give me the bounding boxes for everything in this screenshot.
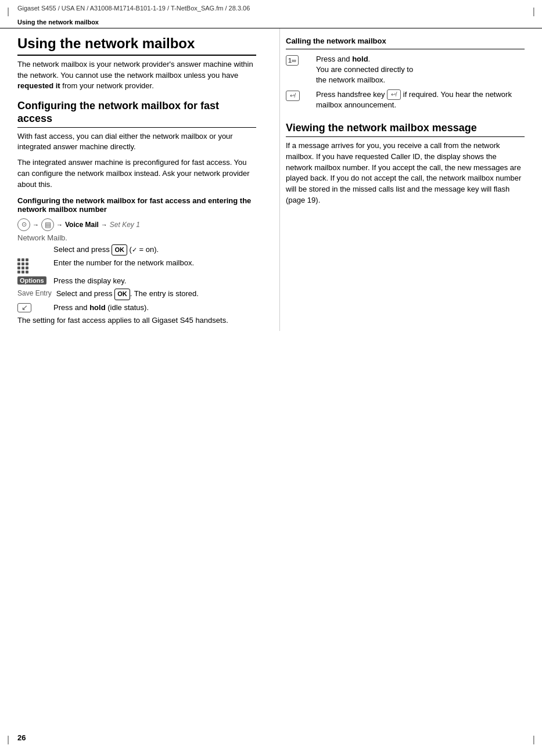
key-1-icon-cell: 1∞ (286, 54, 311, 66)
instruction-table: Select and press OK (✓ = on). (17, 244, 256, 313)
save-entry-label: Save Entry (17, 289, 52, 297)
network-mailb-label: Network Mailb. (17, 233, 256, 242)
top-bar: Gigaset S455 / USA EN / A31008-M1714-B10… (0, 0, 542, 14)
set-key-1-label: Set Key 1 (110, 221, 140, 229)
end-call-icon-cell: ↙ (17, 303, 49, 312)
intro-paragraph: The network mailbox is your network prov… (17, 59, 256, 92)
footer-text: The setting for fast access applies to a… (17, 315, 256, 326)
calling-text-2: Press handsfree key ↩/ if required. You … (316, 89, 525, 111)
keypad-icon (17, 258, 49, 273)
subsection-title: Configuring the network mailbox for fast… (17, 196, 256, 214)
instruction-row-1: Select and press OK (✓ = on). (17, 244, 256, 255)
configuring-para2: The integrated answer machine is preconf… (17, 157, 256, 190)
page-number: 26 (17, 733, 26, 742)
calling-title: Calling the network mailbox (286, 37, 525, 45)
options-icon-cell: Options (17, 276, 49, 285)
nav-line: ⊙ → ▤ → Voice Mail → Set Key 1 (17, 218, 256, 231)
handsfree-icon: ↩/ (286, 91, 300, 101)
instruction-text-4: Select and press OK. The entry is stored… (56, 289, 256, 300)
corner-mark-tl: | (7, 7, 9, 16)
file-info: Gigaset S455 / USA EN / A31008-M1714-B10… (17, 5, 250, 12)
handsfree-icon-cell: ↩/ (286, 89, 311, 101)
key-1-icon: 1∞ (286, 55, 299, 66)
corner-mark-tr: | (533, 7, 535, 16)
instruction-row-5: ↙ Press and hold (idle status). (17, 303, 256, 313)
calling-text-1: Press and hold. You are connected direct… (316, 54, 525, 86)
options-badge: Options (17, 276, 46, 285)
configuring-para1: With fast access, you can dial either th… (17, 131, 256, 153)
instruction-row-4: Save Entry Select and press OK. The entr… (17, 289, 256, 300)
ok-icon: OK (112, 244, 127, 255)
viewing-title: Viewing the network mailbox message (286, 122, 525, 137)
handsfree-icon-inline: ↩/ (387, 89, 401, 100)
viewing-body: If a message arrives for you, you receiv… (286, 141, 525, 206)
calling-separator (286, 49, 525, 49)
ok-icon-2: OK (114, 289, 130, 300)
instruction-text-2: Enter the number for the network mailbox… (53, 258, 256, 268)
corner-mark-bl: | (7, 735, 9, 744)
instruction-text-1: Select and press OK (✓ = on). (53, 244, 256, 255)
instruction-row-2: Enter the number for the network mailbox… (17, 258, 256, 273)
left-column: Using the network mailbox The network ma… (17, 28, 262, 331)
voice-mail-label: Voice Mail (65, 221, 99, 229)
folder-nav-icon: ▤ (41, 218, 54, 231)
main-title: Using the network mailbox (17, 35, 256, 56)
corner-mark-br: | (533, 735, 535, 744)
menu-nav-icon: ⊙ (17, 218, 30, 231)
end-call-icon: ↙ (17, 303, 31, 312)
right-column: Calling the network mailbox 1∞ Press and… (279, 28, 525, 331)
calling-row-1: 1∞ Press and hold. You are connected dir… (286, 54, 525, 86)
configuring-title: Configuring the network mailbox for fast… (17, 100, 256, 127)
keypad-grid (17, 258, 28, 273)
section-label: Using the network mailbox (0, 14, 542, 28)
instruction-row-3: Options Press the display key. (17, 276, 256, 286)
instruction-text-5: Press and hold (idle status). (53, 303, 256, 313)
save-entry-cell: Save Entry (17, 289, 52, 297)
instruction-text-3: Press the display key. (53, 276, 256, 286)
blank-icon (17, 244, 49, 245)
calling-row-2: ↩/ Press handsfree key ↩/ if required. Y… (286, 89, 525, 111)
